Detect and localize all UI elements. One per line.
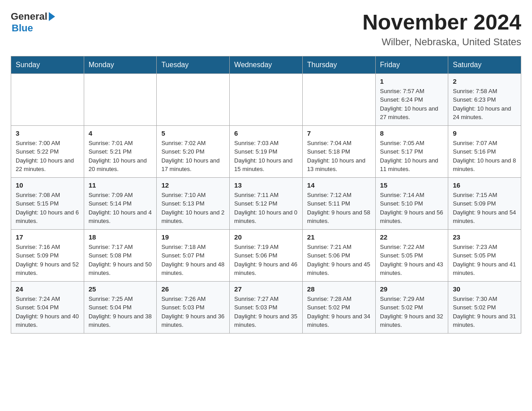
logo-arrow-icon [49, 12, 55, 21]
calendar-cell [302, 73, 375, 125]
day-info: Sunrise: 7:29 AM Sunset: 5:02 PM Dayligh… [380, 295, 444, 330]
calendar-cell: 23Sunrise: 7:23 AM Sunset: 5:05 PM Dayli… [448, 229, 521, 281]
day-number: 17 [16, 233, 79, 241]
day-number: 10 [16, 181, 79, 189]
logo: General Blue [11, 11, 56, 34]
day-number: 3 [16, 129, 79, 137]
calendar-cell [11, 73, 84, 125]
calendar-cell: 18Sunrise: 7:17 AM Sunset: 5:08 PM Dayli… [84, 229, 157, 281]
calendar-cell: 11Sunrise: 7:09 AM Sunset: 5:14 PM Dayli… [84, 177, 157, 229]
day-info: Sunrise: 7:02 AM Sunset: 5:20 PM Dayligh… [161, 139, 225, 174]
calendar-cell: 10Sunrise: 7:08 AM Sunset: 5:15 PM Dayli… [11, 177, 84, 229]
calendar-body: 1Sunrise: 7:57 AM Sunset: 6:24 PM Daylig… [11, 73, 521, 333]
calendar-week-row: 10Sunrise: 7:08 AM Sunset: 5:15 PM Dayli… [11, 177, 521, 229]
day-number: 2 [453, 77, 516, 85]
header-day-wednesday: Wednesday [230, 56, 303, 73]
day-info: Sunrise: 7:04 AM Sunset: 5:18 PM Dayligh… [307, 139, 371, 174]
logo-top: General [11, 11, 56, 22]
calendar-header: SundayMondayTuesdayWednesdayThursdayFrid… [11, 56, 521, 73]
calendar-table: SundayMondayTuesdayWednesdayThursdayFrid… [11, 56, 521, 334]
calendar-subtitle: Wilber, Nebraska, United States [362, 36, 521, 48]
day-number: 11 [89, 181, 152, 189]
calendar-week-row: 1Sunrise: 7:57 AM Sunset: 6:24 PM Daylig… [11, 73, 521, 125]
day-number: 25 [89, 285, 152, 293]
logo-blue-text: Blue [12, 22, 33, 34]
calendar-cell: 2Sunrise: 7:58 AM Sunset: 6:23 PM Daylig… [448, 73, 521, 125]
calendar-week-row: 17Sunrise: 7:16 AM Sunset: 5:09 PM Dayli… [11, 229, 521, 281]
calendar-cell: 29Sunrise: 7:29 AM Sunset: 5:02 PM Dayli… [375, 281, 448, 333]
calendar-cell: 19Sunrise: 7:18 AM Sunset: 5:07 PM Dayli… [157, 229, 230, 281]
calendar-week-row: 3Sunrise: 7:00 AM Sunset: 5:22 PM Daylig… [11, 125, 521, 177]
day-number: 27 [234, 285, 298, 293]
calendar-cell: 7Sunrise: 7:04 AM Sunset: 5:18 PM Daylig… [302, 125, 375, 177]
calendar-cell: 28Sunrise: 7:28 AM Sunset: 5:02 PM Dayli… [302, 281, 375, 333]
day-number: 12 [161, 181, 225, 189]
day-number: 16 [453, 181, 516, 189]
day-info: Sunrise: 7:30 AM Sunset: 5:02 PM Dayligh… [453, 295, 516, 330]
day-info: Sunrise: 7:57 AM Sunset: 6:24 PM Dayligh… [380, 87, 444, 122]
calendar-cell: 20Sunrise: 7:19 AM Sunset: 5:06 PM Dayli… [230, 229, 303, 281]
day-number: 4 [89, 129, 152, 137]
day-number: 5 [161, 129, 225, 137]
calendar-cell: 14Sunrise: 7:12 AM Sunset: 5:11 PM Dayli… [302, 177, 375, 229]
day-info: Sunrise: 7:12 AM Sunset: 5:11 PM Dayligh… [307, 191, 371, 226]
calendar-cell: 3Sunrise: 7:00 AM Sunset: 5:22 PM Daylig… [11, 125, 84, 177]
calendar-cell: 27Sunrise: 7:27 AM Sunset: 5:03 PM Dayli… [230, 281, 303, 333]
calendar-cell: 24Sunrise: 7:24 AM Sunset: 5:04 PM Dayli… [11, 281, 84, 333]
calendar-cell: 9Sunrise: 7:07 AM Sunset: 5:16 PM Daylig… [448, 125, 521, 177]
day-number: 9 [453, 129, 516, 137]
calendar-cell: 26Sunrise: 7:26 AM Sunset: 5:03 PM Dayli… [157, 281, 230, 333]
day-info: Sunrise: 7:09 AM Sunset: 5:14 PM Dayligh… [89, 191, 152, 226]
day-info: Sunrise: 7:03 AM Sunset: 5:19 PM Dayligh… [234, 139, 298, 174]
day-number: 23 [453, 233, 516, 241]
calendar-cell: 25Sunrise: 7:25 AM Sunset: 5:04 PM Dayli… [84, 281, 157, 333]
day-info: Sunrise: 7:28 AM Sunset: 5:02 PM Dayligh… [307, 295, 371, 330]
day-number: 15 [380, 181, 444, 189]
day-info: Sunrise: 7:14 AM Sunset: 5:10 PM Dayligh… [380, 191, 444, 226]
day-number: 24 [16, 285, 79, 293]
calendar-title: November 2024 [362, 11, 521, 34]
day-number: 18 [89, 233, 152, 241]
day-number: 8 [380, 129, 444, 137]
calendar-cell: 13Sunrise: 7:11 AM Sunset: 5:12 PM Dayli… [230, 177, 303, 229]
day-info: Sunrise: 7:01 AM Sunset: 5:21 PM Dayligh… [89, 139, 152, 174]
calendar-cell: 8Sunrise: 7:05 AM Sunset: 5:17 PM Daylig… [375, 125, 448, 177]
day-info: Sunrise: 7:23 AM Sunset: 5:05 PM Dayligh… [453, 243, 516, 278]
day-number: 6 [234, 129, 298, 137]
header-day-saturday: Saturday [448, 56, 521, 73]
calendar-cell: 1Sunrise: 7:57 AM Sunset: 6:24 PM Daylig… [375, 73, 448, 125]
logo-general-text: General [11, 11, 47, 22]
day-number: 1 [380, 77, 444, 85]
day-number: 13 [234, 181, 298, 189]
day-info: Sunrise: 7:08 AM Sunset: 5:15 PM Dayligh… [16, 191, 79, 226]
day-info: Sunrise: 7:10 AM Sunset: 5:13 PM Dayligh… [161, 191, 225, 226]
day-number: 14 [307, 181, 371, 189]
day-info: Sunrise: 7:07 AM Sunset: 5:16 PM Dayligh… [453, 139, 516, 174]
day-info: Sunrise: 7:21 AM Sunset: 5:06 PM Dayligh… [307, 243, 371, 278]
calendar-cell: 15Sunrise: 7:14 AM Sunset: 5:10 PM Dayli… [375, 177, 448, 229]
calendar-cell: 12Sunrise: 7:10 AM Sunset: 5:13 PM Dayli… [157, 177, 230, 229]
day-info: Sunrise: 7:16 AM Sunset: 5:09 PM Dayligh… [16, 243, 79, 278]
day-info: Sunrise: 7:18 AM Sunset: 5:07 PM Dayligh… [161, 243, 225, 278]
day-info: Sunrise: 7:00 AM Sunset: 5:22 PM Dayligh… [16, 139, 79, 174]
day-number: 7 [307, 129, 371, 137]
day-number: 22 [380, 233, 444, 241]
header-day-sunday: Sunday [11, 56, 84, 73]
calendar-cell: 21Sunrise: 7:21 AM Sunset: 5:06 PM Dayli… [302, 229, 375, 281]
calendar-cell: 6Sunrise: 7:03 AM Sunset: 5:19 PM Daylig… [230, 125, 303, 177]
day-info: Sunrise: 7:27 AM Sunset: 5:03 PM Dayligh… [234, 295, 298, 330]
day-number: 20 [234, 233, 298, 241]
calendar-cell: 17Sunrise: 7:16 AM Sunset: 5:09 PM Dayli… [11, 229, 84, 281]
day-number: 29 [380, 285, 444, 293]
day-info: Sunrise: 7:26 AM Sunset: 5:03 PM Dayligh… [161, 295, 225, 330]
day-info: Sunrise: 7:24 AM Sunset: 5:04 PM Dayligh… [16, 295, 79, 330]
title-block: November 2024 Wilber, Nebraska, United S… [362, 11, 521, 48]
day-number: 26 [161, 285, 225, 293]
calendar-cell [84, 73, 157, 125]
day-info: Sunrise: 7:58 AM Sunset: 6:23 PM Dayligh… [453, 87, 516, 122]
header-day-tuesday: Tuesday [157, 56, 230, 73]
calendar-cell: 5Sunrise: 7:02 AM Sunset: 5:20 PM Daylig… [157, 125, 230, 177]
day-number: 30 [453, 285, 516, 293]
calendar-cell: 4Sunrise: 7:01 AM Sunset: 5:21 PM Daylig… [84, 125, 157, 177]
header-day-monday: Monday [84, 56, 157, 73]
